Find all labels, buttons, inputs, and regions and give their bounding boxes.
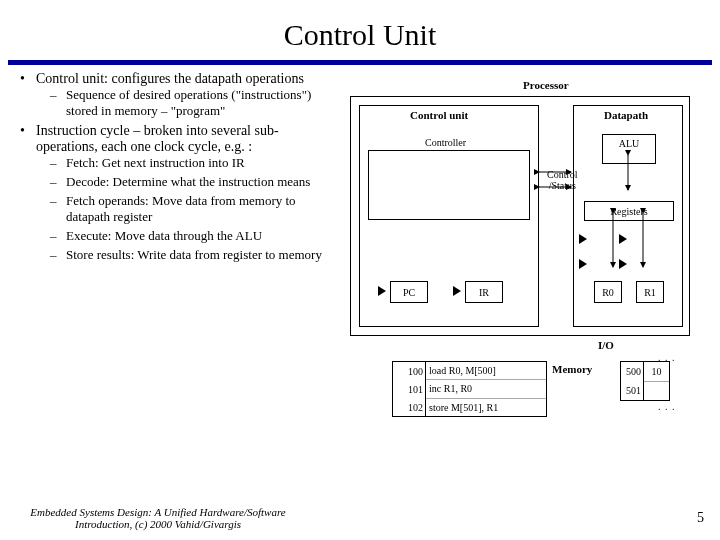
- registers-box: Registers: [584, 201, 674, 221]
- memory-label: Memory: [552, 363, 592, 375]
- bullet-2-text: Instruction cycle – broken into several …: [36, 123, 279, 154]
- data-val-0: 10: [644, 362, 669, 382]
- bullet-2-sub-2: Fetch operands: Move data from memory to…: [50, 193, 332, 225]
- pc-register: PC: [390, 281, 428, 303]
- processor-label: Processor: [523, 79, 569, 91]
- control-unit-label: Control unit: [410, 109, 468, 121]
- datapath-box: Datapath ALU Registers R0 R1: [573, 105, 683, 327]
- prog-addr-2: 102: [393, 398, 425, 416]
- bullet-1-sub: Sequence of desired operations ("instruc…: [50, 87, 332, 119]
- controller-label: Controller: [425, 137, 466, 148]
- data-addr-1: 501: [621, 381, 643, 400]
- bullet-1: Control unit: configures the datapath op…: [20, 71, 332, 119]
- bullet-2-sub-0: Fetch: Get next instruction into IR: [50, 155, 332, 171]
- r0-register: R0: [594, 281, 622, 303]
- title-rule: [8, 60, 712, 65]
- ir-register: IR: [465, 281, 503, 303]
- bullet-1-sub-0: Sequence of desired operations ("instruc…: [50, 87, 332, 119]
- bullet-2-sub: Fetch: Get next instruction into IR Deco…: [50, 155, 332, 263]
- data-addr-col: 500 501: [621, 362, 643, 400]
- prog-addr-1: 101: [393, 380, 425, 398]
- footer-citation: Embedded Systems Design: A Unified Hardw…: [18, 506, 298, 530]
- diagram-column: Processor Control unit Controller PC IR …: [340, 71, 710, 451]
- bullet-2-sub-1: Decode: Determine what the instruction m…: [50, 174, 332, 190]
- data-val-1: [644, 382, 669, 401]
- r1-register: R1: [636, 281, 664, 303]
- prog-instr-2: store M[501], R1: [426, 399, 546, 416]
- triangle-icon: [619, 234, 627, 244]
- triangle-icon: [378, 286, 386, 296]
- program-memory-box: 100 101 102 load R0, M[500] inc R1, R0 s…: [392, 361, 547, 417]
- prog-instr-0: load R0, M[500]: [426, 362, 546, 380]
- io-label: I/O: [598, 339, 614, 351]
- data-val-col: 10: [643, 362, 669, 400]
- page-number: 5: [697, 510, 704, 526]
- bullet-1-text: Control unit: configures the datapath op…: [36, 71, 304, 86]
- datapath-label: Datapath: [604, 109, 648, 121]
- control-unit-box: Control unit Controller PC IR: [359, 105, 539, 327]
- text-column: Control unit: configures the datapath op…: [20, 71, 340, 451]
- triangle-icon: [579, 234, 587, 244]
- bullet-2-sub-4: Store results: Write data from register …: [50, 247, 332, 263]
- triangle-icon: [453, 286, 461, 296]
- bullet-list: Control unit: configures the datapath op…: [20, 71, 332, 263]
- bullet-2-sub-3: Execute: Move data through the ALU: [50, 228, 332, 244]
- program-addr-col: 100 101 102: [393, 362, 425, 416]
- prog-instr-1: inc R1, R0: [426, 380, 546, 398]
- processor-box: Control unit Controller PC IR Control/St…: [350, 96, 690, 336]
- alu-box: ALU: [602, 134, 656, 164]
- controller-box: Controller: [368, 150, 530, 220]
- triangle-icon: [619, 259, 627, 269]
- content-area: Control unit: configures the datapath op…: [0, 71, 720, 451]
- data-memory-box: 500 501 10: [620, 361, 670, 401]
- data-addr-0: 500: [621, 362, 643, 381]
- ellipsis-icon: . . .: [658, 352, 676, 363]
- ellipsis-icon: . . .: [658, 401, 676, 412]
- program-instr-col: load R0, M[500] inc R1, R0 store M[501],…: [425, 362, 546, 416]
- bullet-2: Instruction cycle – broken into several …: [20, 123, 332, 263]
- prog-addr-0: 100: [393, 362, 425, 380]
- triangle-icon: [579, 259, 587, 269]
- slide-title: Control Unit: [0, 0, 720, 60]
